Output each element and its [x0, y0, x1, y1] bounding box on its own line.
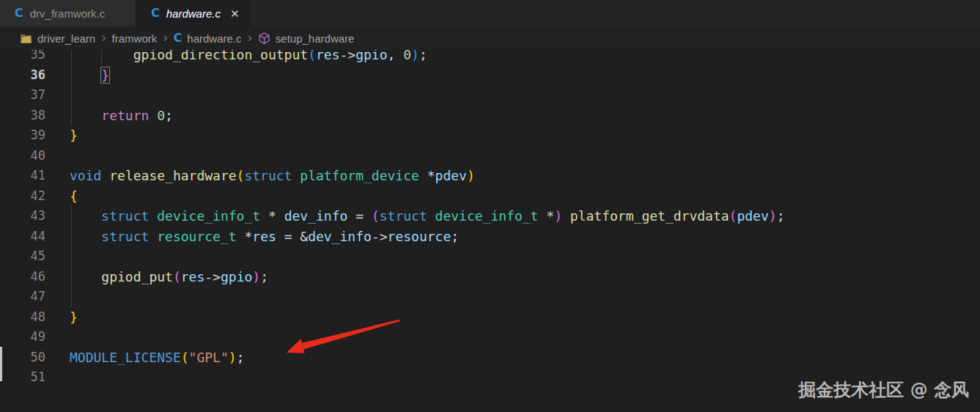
- code-token: platform_device: [300, 168, 419, 183]
- code-token: ;: [451, 229, 459, 244]
- red-arrow-annotation: [279, 311, 410, 359]
- code-token: [149, 208, 157, 224]
- code-token: *: [419, 168, 435, 183]
- tab-hardware-c[interactable]: Chardware.c✕: [136, 0, 251, 26]
- code-token: =: [276, 229, 301, 244]
- code-token: [149, 229, 157, 244]
- line-number: 43: [0, 206, 45, 227]
- code-token: [292, 168, 300, 183]
- watermark-text: 掘金技术社区 @ 念风: [798, 378, 969, 402]
- code-line-content: }: [45, 125, 78, 146]
- code-line-content: [45, 146, 70, 166]
- line-number: 46: [0, 267, 45, 287]
- line-number: 47: [0, 287, 45, 307]
- code-token: ): [229, 350, 237, 365]
- breadcrumb: driver_learn›framwork›Chardware.c›setup_…: [0, 26, 980, 50]
- indent-guide: [71, 206, 72, 306]
- line-number: 49: [0, 327, 45, 347]
- code-line-content: {: [45, 186, 78, 207]
- line-number: 37: [0, 85, 45, 106]
- code-line[interactable]: 42{: [0, 186, 980, 207]
- line-number: 42: [0, 186, 45, 207]
- code-editor-window: 35 gpiod_direction_output(res->gpio, 0);…: [0, 0, 980, 412]
- code-line[interactable]: 49: [0, 327, 980, 347]
- code-token: (: [237, 168, 245, 183]
- tab-label: drv_framwork.c: [30, 7, 106, 20]
- code-token: platform_get_drvdata: [570, 208, 729, 224]
- tab-drv_framwork-c[interactable]: Cdrv_framwork.c: [0, 0, 136, 26]
- code-line-content: [45, 246, 70, 267]
- line-number: 36: [0, 65, 45, 86]
- code-token: resource: [388, 229, 452, 244]
- code-line[interactable]: 39}: [0, 125, 980, 146]
- code-line[interactable]: 50MODULE_LICENSE("GPL");: [0, 347, 980, 368]
- code-token: ->: [372, 229, 388, 244]
- code-token: {: [70, 188, 78, 204]
- code-token: dev_info: [284, 208, 348, 224]
- code-line[interactable]: 37: [0, 85, 980, 106]
- code-line-content: [45, 85, 70, 106]
- code-token: [562, 208, 570, 224]
- code-token: [70, 269, 101, 284]
- code-token: struct: [380, 208, 427, 224]
- breadcrumb-item-setup_hardware[interactable]: setup_hardware: [258, 32, 355, 45]
- code-token: [70, 229, 101, 244]
- breadcrumb-label: hardware.c: [187, 32, 241, 45]
- editor-code-area[interactable]: 35 gpiod_direction_output(res->gpio, 0);…: [0, 45, 980, 412]
- code-line[interactable]: 48}: [0, 307, 980, 328]
- code-line-content: [45, 367, 70, 388]
- line-number: 44: [0, 227, 45, 247]
- breadcrumb-label: framwork: [112, 32, 158, 45]
- code-token: void: [70, 168, 101, 183]
- line-number: 48: [0, 307, 45, 328]
- code-line[interactable]: 47: [0, 287, 980, 307]
- code-token: device_info_t: [157, 208, 260, 224]
- code-line-content: }: [45, 65, 109, 86]
- code-token: 0: [157, 108, 165, 123]
- line-number: 50: [0, 347, 45, 368]
- code-token: [70, 108, 101, 123]
- code-line[interactable]: 40: [0, 146, 980, 166]
- breadcrumb-separator: ›: [248, 30, 252, 44]
- code-line[interactable]: 36 }: [0, 65, 980, 86]
- symbol-method-icon: [258, 32, 270, 45]
- breadcrumb-separator: ›: [163, 30, 167, 44]
- close-icon[interactable]: ✕: [230, 8, 240, 19]
- code-token: &: [300, 229, 308, 244]
- folder-icon: [20, 33, 32, 44]
- code-line-content: }: [45, 307, 78, 328]
- code-token: *: [538, 208, 554, 224]
- breadcrumb-item-hardware.c[interactable]: Chardware.c: [174, 32, 242, 45]
- code-line[interactable]: 41void release_hardware(struct platform_…: [0, 166, 980, 186]
- code-line-content: void release_hardware(struct platform_de…: [45, 166, 475, 186]
- code-token: ): [554, 208, 562, 224]
- breadcrumb-item-framwork[interactable]: framwork: [112, 32, 158, 45]
- code-line[interactable]: 43 struct device_info_t * dev_info = (st…: [0, 206, 980, 227]
- breadcrumb-item-driver_learn[interactable]: driver_learn: [20, 32, 95, 45]
- code-line[interactable]: 44 struct resource_t *res = &dev_info->r…: [0, 227, 980, 247]
- line-number: 45: [0, 246, 45, 267]
- code-token: gpio: [221, 269, 252, 284]
- code-line[interactable]: 38 return 0;: [0, 106, 980, 126]
- code-line-content: struct device_info_t * dev_info = (struc…: [45, 206, 784, 227]
- code-token: [427, 208, 435, 224]
- code-token: ->: [205, 269, 221, 284]
- code-token: (: [181, 350, 189, 365]
- code-token: "GPL": [189, 350, 229, 365]
- code-token: ;: [260, 269, 268, 284]
- code-token: dev_info: [308, 229, 372, 244]
- code-token: release_hardware: [109, 168, 236, 183]
- code-line-content: [45, 327, 70, 347]
- indent-guide: [71, 45, 72, 125]
- code-line[interactable]: 46 gpiod_put(res->gpio);: [0, 267, 980, 287]
- code-token: (: [173, 269, 181, 284]
- code-token: *: [260, 208, 284, 224]
- c-file-icon: C: [15, 7, 23, 19]
- code-line-content: [45, 287, 70, 307]
- bracket-match: }: [101, 67, 109, 83]
- code-token: pdev: [737, 208, 768, 224]
- code-token: }: [70, 309, 78, 325]
- code-token: [149, 108, 157, 123]
- line-number: 39: [0, 125, 45, 146]
- code-line[interactable]: 45: [0, 246, 980, 267]
